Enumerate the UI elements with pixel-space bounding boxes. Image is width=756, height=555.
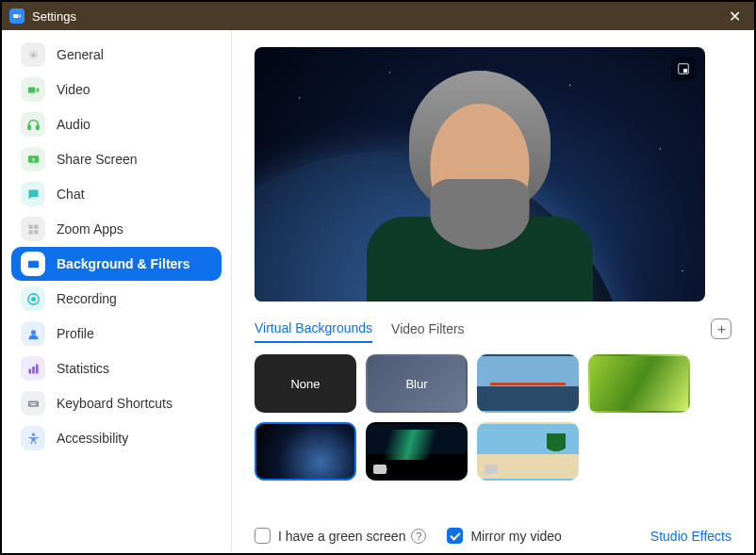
video-icon <box>21 77 45 102</box>
sidebar-item-share-screen[interactable]: Share Screen <box>11 142 222 176</box>
close-button[interactable]: ✕ <box>723 8 747 25</box>
svg-rect-21 <box>35 402 36 403</box>
video-preview <box>255 47 705 302</box>
sidebar-item-statistics[interactable]: Statistics <box>11 351 222 385</box>
green-screen-label: I have a green screen <box>278 529 405 544</box>
sidebar-item-label: Video <box>57 82 90 97</box>
sidebar-item-background-filters[interactable]: Background & Filters <box>11 247 222 281</box>
zoom-logo-icon <box>9 8 25 24</box>
sidebar-item-label: General <box>57 47 104 62</box>
sidebar-item-chat[interactable]: Chat <box>11 177 222 211</box>
sidebar-item-recording[interactable]: Recording <box>11 282 222 316</box>
sidebar-item-accessibility[interactable]: Accessibility <box>11 421 222 455</box>
tab-video-filters[interactable]: Video Filters <box>391 316 465 342</box>
svg-rect-20 <box>33 402 34 403</box>
svg-point-10 <box>30 262 33 265</box>
svg-rect-9 <box>27 260 38 268</box>
bg-thumb-grass[interactable] <box>588 354 690 413</box>
bg-thumb-space[interactable] <box>255 422 356 481</box>
sidebar-item-label: Profile <box>57 326 94 341</box>
sidebar-item-label: Background & Filters <box>57 256 190 271</box>
bg-thumb-none[interactable]: None <box>255 354 356 413</box>
share-screen-icon <box>21 147 45 171</box>
svg-rect-14 <box>28 368 31 373</box>
svg-point-13 <box>31 330 36 335</box>
green-screen-help-icon[interactable]: ? <box>411 529 426 544</box>
sidebar-item-label: Statistics <box>57 361 109 376</box>
background-thumbnails: NoneBlur <box>255 354 731 481</box>
sidebar-item-label: Chat <box>57 187 85 202</box>
chat-icon <box>21 182 45 206</box>
bg-thumb-bridge[interactable] <box>477 354 579 413</box>
svg-rect-3 <box>36 125 39 129</box>
bg-thumb-beach[interactable] <box>477 422 579 481</box>
sidebar-item-label: Accessibility <box>57 431 128 446</box>
bg-thumb-aurora[interactable] <box>366 422 468 481</box>
content-panel: Virtual Backgrounds Video Filters ＋ None… <box>232 30 754 553</box>
statistics-icon <box>21 356 45 381</box>
sidebar-item-label: Audio <box>57 117 90 132</box>
sidebar-item-video[interactable]: Video <box>11 73 222 106</box>
mirror-video-checkbox[interactable] <box>447 528 463 544</box>
profile-icon <box>21 321 45 346</box>
tab-virtual-backgrounds[interactable]: Virtual Backgrounds <box>255 315 372 343</box>
svg-rect-8 <box>34 230 38 234</box>
svg-rect-2 <box>27 125 30 129</box>
svg-rect-18 <box>29 402 30 403</box>
sidebar-item-label: Zoom Apps <box>57 221 123 237</box>
keyboard-icon <box>21 391 45 416</box>
sidebar-item-label: Share Screen <box>57 152 138 167</box>
footer-controls: I have a green screen ? Mirror my video … <box>255 514 731 544</box>
video-badge-icon <box>373 465 386 474</box>
sidebar-item-keyboard-shortcuts[interactable]: Keyboard Shortcuts <box>11 386 222 420</box>
window-title: Settings <box>32 9 76 24</box>
sidebar: GeneralVideoAudioShare ScreenChatZoom Ap… <box>2 30 232 553</box>
expand-preview-icon[interactable] <box>671 57 696 81</box>
svg-rect-22 <box>31 404 36 405</box>
svg-rect-19 <box>31 402 32 403</box>
svg-rect-16 <box>36 364 39 373</box>
add-background-button[interactable]: ＋ <box>711 318 731 339</box>
video-badge-icon <box>485 465 498 474</box>
sidebar-item-profile[interactable]: Profile <box>11 317 222 351</box>
sidebar-item-zoom-apps[interactable]: Zoom Apps <box>11 212 222 246</box>
tabs: Virtual Backgrounds Video Filters ＋ <box>255 315 731 343</box>
sidebar-item-label: Recording <box>57 291 117 306</box>
sidebar-item-general[interactable]: General <box>11 38 222 72</box>
accessibility-icon <box>21 426 45 450</box>
svg-rect-5 <box>28 224 32 228</box>
bg-thumb-blur[interactable]: Blur <box>366 354 468 413</box>
mirror-video-label: Mirror my video <box>470 529 561 544</box>
studio-effects-link[interactable]: Studio Effects <box>650 529 731 544</box>
filters-icon <box>21 252 45 276</box>
gear-icon <box>21 42 45 67</box>
svg-point-23 <box>31 433 34 435</box>
green-screen-checkbox[interactable] <box>255 528 271 544</box>
headphones-icon <box>21 112 45 137</box>
recording-icon <box>21 286 45 311</box>
svg-rect-6 <box>34 224 38 228</box>
svg-point-12 <box>31 297 36 302</box>
titlebar: Settings ✕ <box>2 2 754 30</box>
svg-rect-25 <box>683 69 687 73</box>
sidebar-item-audio[interactable]: Audio <box>11 107 222 141</box>
svg-rect-1 <box>27 87 35 92</box>
svg-rect-7 <box>28 230 32 234</box>
apps-icon <box>21 217 45 241</box>
sidebar-item-label: Keyboard Shortcuts <box>57 396 173 411</box>
svg-rect-15 <box>32 367 35 374</box>
